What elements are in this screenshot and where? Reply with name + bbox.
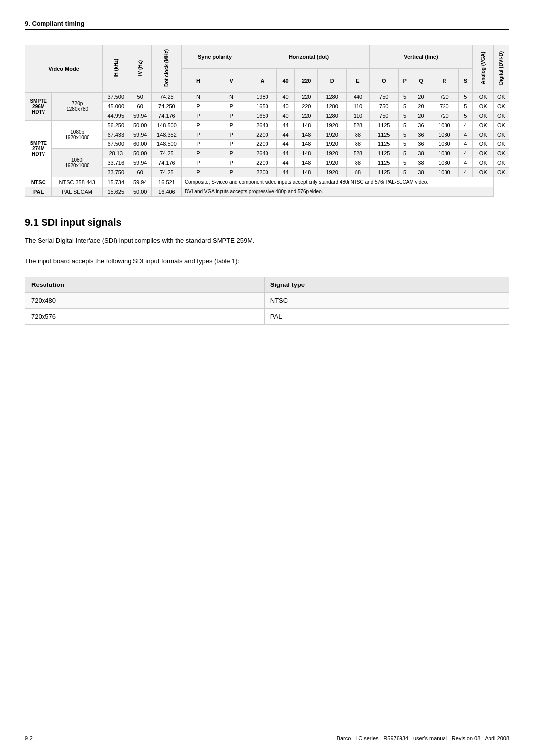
q-subheader: Q <box>412 69 430 93</box>
a-subheader: A <box>248 69 277 93</box>
table-cell: P <box>215 149 248 158</box>
table-cell: 59.94 <box>129 158 152 168</box>
table-cell: 1125 <box>369 158 398 168</box>
table-cell: 1980 <box>248 93 277 102</box>
sdi-resolution-header: Resolution <box>25 277 265 292</box>
analog-cell: OK <box>472 121 493 130</box>
digital-cell: OK <box>493 149 509 158</box>
table-cell: 2200 <box>248 140 277 149</box>
table-cell: 88 <box>346 130 369 140</box>
table-cell: 1125 <box>369 130 398 140</box>
page-footer: 9-2 Barco - LC series - R5976934 - user'… <box>25 733 509 741</box>
digital-cell: OK <box>493 158 509 168</box>
table-cell: 74.176 <box>151 111 181 121</box>
r-subheader: R <box>430 69 459 93</box>
table-cell: 4 <box>458 149 472 158</box>
table-cell: 5 <box>398 130 412 140</box>
table-cell: 1125 <box>369 168 398 177</box>
table-cell: 5 <box>398 121 412 130</box>
table-cell: 88 <box>346 140 369 149</box>
table-cell: 74.250 <box>151 102 181 111</box>
table-cell: 148 <box>295 121 318 130</box>
table-cell: 750 <box>369 93 398 102</box>
table-cell: 1080 <box>430 130 459 140</box>
table-cell: 1650 <box>248 111 277 121</box>
table-cell: P <box>181 158 215 168</box>
table-cell: 5 <box>398 111 412 121</box>
footer-doc-info: Barco - LC series - R5976934 - user's ma… <box>337 735 509 741</box>
table-cell: 148 <box>295 149 318 158</box>
table-cell: 38 <box>412 149 430 158</box>
table-cell: 60 <box>129 168 152 177</box>
horizontal-header: Horizontal (dot) <box>248 45 370 69</box>
pal-dotclock: 16.406 <box>151 187 181 197</box>
s-subheader: S <box>458 69 472 93</box>
table-cell: 1080 <box>430 149 459 158</box>
table-cell: 2200 <box>248 168 277 177</box>
subgroup-720p: 720p1280x780 <box>52 93 103 121</box>
video-mode-header: Video Mode <box>25 45 103 93</box>
table-cell: 36 <box>412 130 430 140</box>
table-cell: 2200 <box>248 130 277 140</box>
analog-cell: OK <box>472 140 493 149</box>
table-cell: 38 <box>412 168 430 177</box>
table-cell: 110 <box>346 111 369 121</box>
table-cell: 36 <box>412 140 430 149</box>
table-cell: 44 <box>276 140 295 149</box>
table-cell: 67.500 <box>103 140 129 149</box>
table-cell: P <box>181 140 215 149</box>
digital-cell: OK <box>493 140 509 149</box>
table-cell: 2200 <box>248 158 277 168</box>
table-cell: 74.25 <box>151 168 181 177</box>
table-cell: 45.000 <box>103 102 129 111</box>
digital-cell: OK <box>493 168 509 177</box>
table-cell: 148 <box>295 168 318 177</box>
section-title: 9. Compliant timing <box>25 20 509 30</box>
table-cell: 59.94 <box>129 130 152 140</box>
table-cell: 5 <box>458 102 472 111</box>
analog-cell: OK <box>472 149 493 158</box>
table-cell: 5 <box>398 149 412 158</box>
table-cell: 44 <box>276 130 295 140</box>
table-cell: 56.250 <box>103 121 129 130</box>
ntsc-label: NTSC <box>25 177 52 187</box>
group-smpte-274m: SMPTE274MHDTV <box>25 121 52 177</box>
table-cell: 40 <box>276 102 295 111</box>
table-cell: 59.94 <box>129 111 152 121</box>
table-cell: 44 <box>276 168 295 177</box>
table-cell: 2640 <box>248 121 277 130</box>
table-cell: P <box>215 130 248 140</box>
table-cell: 33.750 <box>103 168 129 177</box>
table-cell: 74.176 <box>151 158 181 168</box>
table-cell: 750 <box>369 111 398 121</box>
table-cell: 37.500 <box>103 93 129 102</box>
table-cell: 1920 <box>318 130 347 140</box>
ntsc-fh: 15.734 <box>103 177 129 187</box>
table-cell: 40 <box>276 93 295 102</box>
table-cell: P <box>215 102 248 111</box>
table-cell: P <box>215 140 248 149</box>
table-cell: 440 <box>346 93 369 102</box>
table-cell: 148 <box>295 130 318 140</box>
table-cell: 20 <box>412 93 430 102</box>
table-cell: 5 <box>398 168 412 177</box>
digital-header: Digital (DVI-D) <box>493 45 509 93</box>
table-cell: 74.25 <box>151 149 181 158</box>
table-cell: 4 <box>458 121 472 130</box>
v-subheader: V <box>215 69 248 93</box>
table-cell: 5 <box>398 93 412 102</box>
table-cell: P <box>181 102 215 111</box>
table-cell: 528 <box>346 149 369 158</box>
table-cell: 4 <box>458 140 472 149</box>
analog-header: Analog (VGA) <box>472 45 493 93</box>
sdi-table: Resolution Signal type 720x480NTSC720x57… <box>25 277 509 325</box>
pal-label: PAL <box>25 187 52 197</box>
table-cell: 110 <box>346 102 369 111</box>
digital-cell: OK <box>493 93 509 102</box>
table-cell: N <box>181 93 215 102</box>
compliance-table: Video Mode fH (kHz) fV (Hz) Dot clock (M… <box>25 45 509 197</box>
table-cell: 60 <box>129 102 152 111</box>
digital-cell: OK <box>493 111 509 121</box>
table-cell: P <box>215 158 248 168</box>
table-cell: P <box>181 111 215 121</box>
